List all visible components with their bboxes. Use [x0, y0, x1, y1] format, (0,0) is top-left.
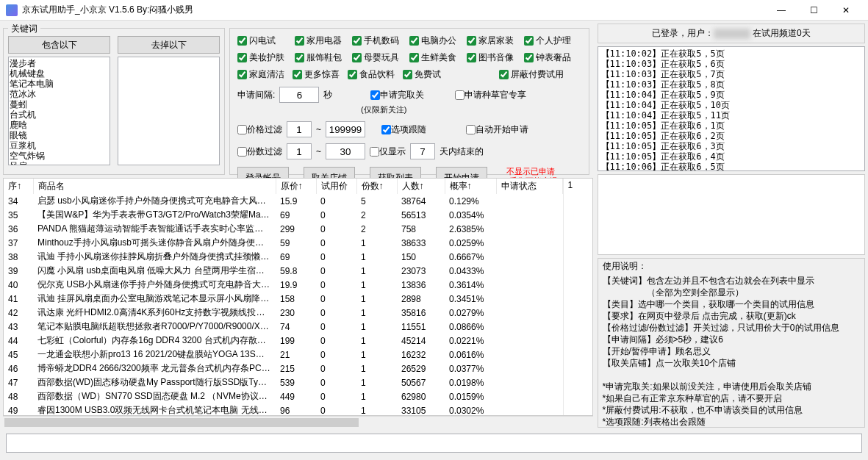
list-item[interactable]: 蔓蚓 — [10, 99, 109, 109]
exclude-list[interactable] — [118, 57, 220, 165]
log-output[interactable]: 【11:10:02】正在获取5，5页【11:10:03】正在获取5，6页【11:… — [598, 46, 866, 171]
table-header[interactable]: 概率↑ — [445, 179, 496, 194]
maximize-button[interactable]: ☐ — [797, 0, 830, 21]
list-item[interactable]: 空气炸锅 — [10, 151, 109, 161]
category-checkbox[interactable]: 美妆护肤 — [237, 51, 295, 64]
list-item[interactable]: 范冰冰 — [10, 89, 109, 99]
category-checkbox[interactable]: 家庭清洁 — [237, 68, 293, 81]
table-header[interactable]: 申请状态 — [496, 179, 562, 194]
only-show-checkbox[interactable]: 仅显示 — [370, 145, 406, 158]
app-icon — [6, 4, 18, 16]
only-show-days-input[interactable] — [410, 143, 435, 159]
list-item[interactable]: 台式机 — [10, 109, 109, 120]
table-row[interactable]: 47西部数据(WD)固态移动硬盘My Passport随行版SSD版Type-…… — [4, 375, 562, 389]
category-checkbox[interactable]: 图书音像 — [467, 51, 524, 64]
interval-sec: 秒 — [323, 89, 332, 101]
screen-pay-checkbox[interactable]: 屏蔽付费试用 — [499, 68, 581, 81]
category-checkbox[interactable]: 手机数码 — [352, 35, 409, 47]
count-min-input[interactable] — [287, 143, 312, 159]
close-button[interactable]: ✕ — [830, 0, 862, 21]
list-item[interactable]: 笔记本电脑 — [10, 79, 109, 89]
category-checkbox[interactable]: 生鲜美食 — [409, 51, 467, 64]
help-text: 使用说明： 【关键词】包含左边并且不包含右边就会在列表中显示 （全部为空则全部显… — [598, 258, 866, 428]
list-item[interactable]: 眼镜 — [10, 130, 109, 140]
status-bar — [6, 434, 862, 453]
list-item[interactable]: 机械键盘 — [10, 68, 109, 79]
auto-start-checkbox[interactable]: 自动开始申请 — [466, 123, 528, 136]
table-header[interactable]: 人数↑ — [397, 179, 445, 194]
table-row[interactable]: 43笔记本贴膜电脑纸超联想拯救者R7000/P/Y7000/R9000/X/K…… — [4, 320, 562, 334]
horizontal-scrollbar[interactable] — [3, 416, 593, 428]
category-checkbox[interactable]: 免费试 — [403, 68, 458, 81]
category-checkbox[interactable]: 服饰鞋包 — [295, 51, 352, 64]
category-checkbox[interactable]: 家居家装 — [467, 35, 524, 47]
table-header[interactable]: 原价↑ — [276, 179, 316, 194]
table-row[interactable]: 37Minthouz手持小风扇usb可摇头迷你静音风扇户外随身便携…590138… — [4, 236, 562, 250]
minimize-button[interactable]: — — [765, 0, 797, 21]
category-checkbox[interactable]: 母婴玩具 — [352, 51, 409, 64]
category-checkbox[interactable]: 家用电器 — [295, 35, 352, 47]
table-row[interactable]: 41讯迪 挂屏风扇桌面办公室电脑游戏笔记本显示屏小风扇降…1580128980.… — [4, 292, 562, 306]
extra-column-header: 1 — [563, 179, 592, 416]
apply-close-note: (仅限新关注) — [361, 104, 581, 115]
seed-only-checkbox[interactable]: 申请种草官专享 — [455, 89, 526, 101]
table-row[interactable]: 45一龙通金联想小新pro13 16 2021/20键盘膜站YOGA 13S保…… — [4, 348, 562, 362]
category-checkbox[interactable]: 更多惊喜 — [293, 68, 348, 81]
category-checkbox[interactable]: 电脑办公 — [409, 35, 467, 47]
category-checkbox[interactable]: 个人护理 — [524, 35, 581, 47]
table-row[interactable]: 44七彩虹（Colorful）内存条16g DDR4 3200 台式机内存散…1… — [4, 334, 562, 348]
table-header[interactable]: 试用价 — [316, 179, 356, 194]
table-row[interactable]: 34启瑟 usb小风扇迷你手持户外随身便携式可充电静音大风…15.9053876… — [4, 194, 562, 208]
table-row[interactable]: 46博帝蟒龙DDR4 2666/3200频率 龙元普条台式机内存条PC游…215… — [4, 362, 562, 375]
count-filter-checkbox[interactable]: 份数过滤 — [237, 145, 282, 158]
list-item[interactable]: 鹿晗 — [10, 120, 109, 130]
count-max-input[interactable] — [326, 143, 365, 159]
table-row[interactable]: 35【美国W&P】华为手表表带GT3/GT2/Pro/Watch3荣耀Magic… — [4, 208, 562, 222]
list-item[interactable]: 漫步者 — [10, 58, 109, 68]
category-checkbox[interactable]: 钟表奢品 — [524, 51, 581, 64]
list-item[interactable]: 风扇 — [10, 161, 109, 165]
exclude-button[interactable]: 去掉以下 — [118, 36, 220, 54]
image-preview — [598, 174, 866, 255]
product-table[interactable]: 序↑商品名原价↑试用价份数↑人数↑概率↑申请状态 34启瑟 usb小风扇迷你手持… — [3, 178, 593, 416]
username-blurred — [714, 29, 750, 39]
interval-input[interactable] — [279, 87, 319, 103]
price-filter-checkbox[interactable]: 价格过滤 — [237, 123, 282, 136]
table-header[interactable]: 序↑ — [4, 179, 33, 194]
price-max-input[interactable] — [326, 121, 365, 137]
table-row[interactable]: 38讯迪 手持小风扇迷你挂脖风扇折叠户外随身便携式挂颈懒…69011500.66… — [4, 250, 562, 264]
table-row[interactable]: 39闪魔 小风扇 usb桌面电风扇 低噪大风力 台壁两用学生宿…59.80123… — [4, 264, 562, 278]
price-min-input[interactable] — [287, 121, 312, 137]
table-row[interactable]: 48西部数据（WD）SN770 SSD固态硬盘 M.2 （NVMe协议）…449… — [4, 389, 562, 403]
interval-label: 申请间隔: — [237, 89, 275, 101]
table-row[interactable]: 49睿因1300M USB3.0双频无线网卡台式机笔记本电脑 无线信…96013… — [4, 403, 562, 416]
table-header[interactable]: 商品名 — [33, 179, 276, 194]
apply-close-checkbox[interactable]: 申请完取关 — [370, 89, 424, 101]
category-checkbox[interactable]: 闪电试 — [237, 35, 295, 47]
window-title: 京东试用助手_小京京 V1.5.6 By:闷骚小贱男 — [22, 4, 765, 16]
table-row[interactable]: 42讯达康 光纤HDMI2.0高清4K系列60Hz支持数字视频线投影…23001… — [4, 306, 562, 320]
table-row[interactable]: 40倪尔克 USB小风扇迷你手持户外随身便携式可充电静音大…19.9011383… — [4, 278, 562, 292]
user-status: 已登录，用户： 在试用频道0天 — [598, 24, 866, 43]
include-list[interactable]: 漫步者机械键盘笔记本电脑范冰冰蔓蚓台式机鹿晗眼镜豆浆机空气炸锅风扇 — [8, 57, 110, 165]
list-item[interactable]: 豆浆机 — [10, 140, 109, 151]
follow-option-checkbox[interactable]: 选项跟随 — [381, 123, 426, 136]
only-show-suffix: 天内结束的 — [440, 145, 484, 158]
table-row[interactable]: 36PANDA 熊猫超薄运动智能手表智能通话手表实时心率监测…299027582… — [4, 222, 562, 236]
table-header[interactable]: 份数↑ — [356, 179, 397, 194]
include-button[interactable]: 包含以下 — [8, 36, 110, 54]
keyword-group-title: 关键词 — [8, 23, 40, 35]
category-checkbox[interactable]: 食品饮料 — [348, 68, 403, 81]
